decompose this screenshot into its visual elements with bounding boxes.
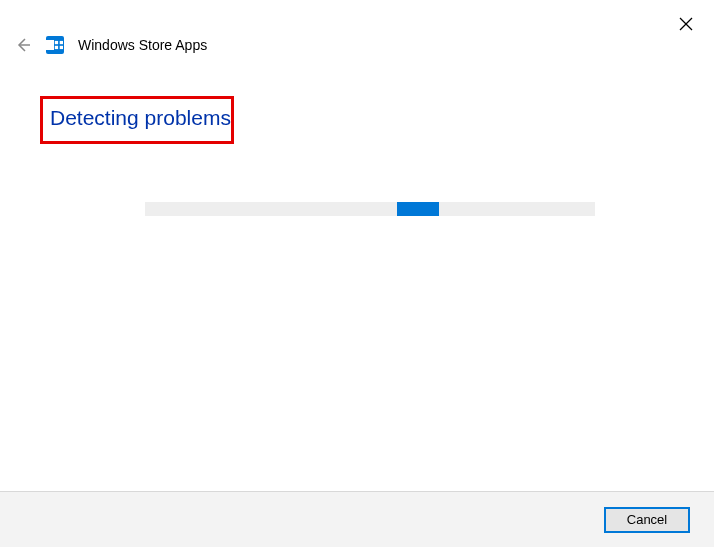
cancel-button[interactable]: Cancel (604, 507, 690, 533)
close-icon (679, 17, 693, 31)
progress-indicator (397, 202, 439, 216)
back-arrow-icon (14, 36, 32, 54)
svg-rect-5 (55, 46, 58, 49)
svg-rect-3 (55, 41, 58, 44)
close-button[interactable] (670, 8, 702, 40)
header: Windows Store Apps (14, 36, 207, 54)
svg-rect-6 (60, 46, 63, 49)
footer: Cancel (0, 491, 714, 547)
back-button[interactable] (14, 36, 32, 54)
status-heading: Detecting problems (42, 100, 251, 142)
progress-bar (145, 202, 595, 216)
page-title: Windows Store Apps (78, 37, 207, 53)
windows-store-icon (46, 36, 64, 54)
titlebar (670, 0, 714, 40)
svg-rect-4 (60, 41, 63, 44)
